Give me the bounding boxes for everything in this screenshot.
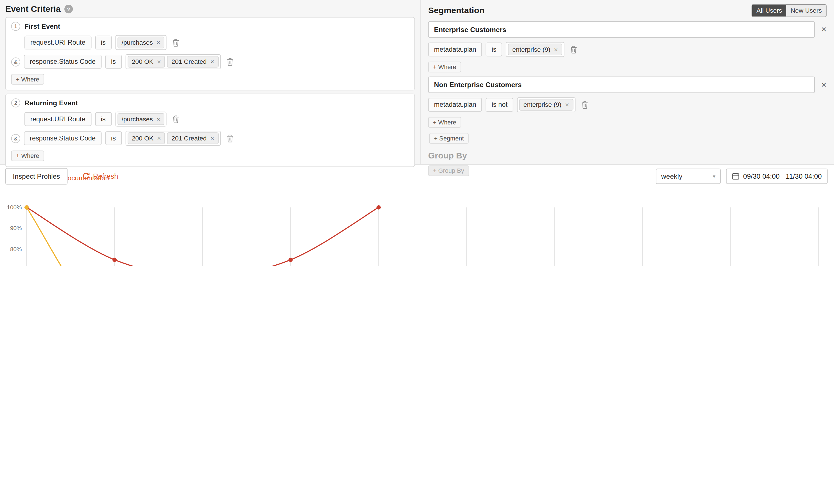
value-group: 200 OK× 201 Created× xyxy=(125,131,220,146)
remove-value-icon[interactable]: × xyxy=(211,59,214,65)
remove-value-icon[interactable]: × xyxy=(554,46,558,53)
segment-block: Enterprise Customers × metadata.plan is … xyxy=(428,21,827,72)
value-text: 201 Created xyxy=(171,135,206,142)
remove-value-icon[interactable]: × xyxy=(157,59,161,65)
value-chip[interactable]: /purchases× xyxy=(117,37,164,49)
segmentation-title: Segmentation xyxy=(428,6,484,16)
remove-value-icon[interactable]: × xyxy=(211,135,214,141)
value-text: /purchases xyxy=(122,115,153,123)
segment-title-row: Enterprise Customers × xyxy=(428,21,827,38)
event-criteria-title: Event Criteria xyxy=(5,4,61,14)
value-chip[interactable]: 201 Created× xyxy=(167,56,218,68)
value-text: 200 OK xyxy=(132,135,153,142)
event-index-badge: 1 xyxy=(11,22,20,31)
field-chip[interactable]: metadata.plan xyxy=(428,98,482,112)
config-section: Event Criteria ? 1 First Event request.U… xyxy=(0,0,834,165)
trash-icon[interactable] xyxy=(226,134,233,142)
user-type-toggle: All Users New Users xyxy=(752,4,827,17)
returning-event-box: 2 Returning Event request.URI Route is /… xyxy=(5,93,415,167)
segment-title-row: Non Enterprise Customers × xyxy=(428,77,827,93)
field-chip[interactable]: response.Status Code xyxy=(24,131,102,145)
operator-chip[interactable]: is xyxy=(105,55,122,69)
event-box-title: Returning Event xyxy=(24,99,78,107)
criteria-row: request.URI Route is /purchases× xyxy=(24,112,409,127)
segmentation-header: Segmentation All Users New Users xyxy=(428,4,827,17)
event-criteria-header: Event Criteria ? xyxy=(5,4,415,14)
value-text: /purchases xyxy=(122,39,153,46)
operator-chip[interactable]: is xyxy=(95,36,112,49)
segment-block: Non Enterprise Customers × metadata.plan… xyxy=(428,77,827,128)
value-chip[interactable]: enterprise (9)× xyxy=(508,44,562,56)
refresh-button[interactable]: Refresh xyxy=(82,172,118,180)
trash-icon[interactable] xyxy=(173,39,179,46)
add-segment-button[interactable]: + Segment xyxy=(430,133,469,144)
close-segment-icon[interactable]: × xyxy=(821,80,827,89)
svg-text:80%: 80% xyxy=(10,246,22,252)
add-group-by-button[interactable]: + Group By xyxy=(428,166,469,176)
value-chip[interactable]: 201 Created× xyxy=(167,132,218,144)
criteria-row: metadata.plan is not enterprise (9)× xyxy=(428,97,827,112)
retention-analysis-page: Event Criteria ? 1 First Event request.U… xyxy=(0,0,834,266)
inspect-profiles-button[interactable]: Inspect Profiles xyxy=(5,168,67,184)
svg-text:100%: 100% xyxy=(7,204,22,211)
criteria-row: metadata.plan is enterprise (9)× xyxy=(428,42,827,57)
remove-value-icon[interactable]: × xyxy=(565,102,569,108)
operator-chip[interactable]: is xyxy=(95,112,112,126)
criteria-row: request.URI Route is /purchases× xyxy=(24,35,409,50)
value-text: 201 Created xyxy=(171,58,206,65)
value-chip[interactable]: enterprise (9)× xyxy=(519,99,573,111)
value-group: /purchases× xyxy=(115,112,167,127)
remove-value-icon[interactable]: × xyxy=(156,39,160,46)
operator-chip[interactable]: is xyxy=(486,42,502,56)
trash-icon[interactable] xyxy=(226,58,233,65)
event-box-header: 2 Returning Event xyxy=(11,98,409,107)
add-where-button[interactable]: + Where xyxy=(428,117,461,128)
value-group: /purchases× xyxy=(115,35,167,50)
remove-value-icon[interactable]: × xyxy=(157,135,161,141)
segment-name-input[interactable]: Non Enterprise Customers xyxy=(428,77,815,93)
help-icon[interactable]: ? xyxy=(64,5,73,13)
segment-name-input[interactable]: Enterprise Customers xyxy=(428,21,815,38)
value-text: 200 OK xyxy=(132,58,153,65)
trash-icon[interactable] xyxy=(173,115,179,123)
value-group: 200 OK× 201 Created× xyxy=(125,54,220,69)
refresh-label: Refresh xyxy=(93,172,118,180)
svg-text:90%: 90% xyxy=(10,225,22,231)
event-box-header: 1 First Event xyxy=(11,22,409,31)
criteria-row: & response.Status Code is 200 OK× 201 Cr… xyxy=(11,131,409,146)
close-segment-icon[interactable]: × xyxy=(821,25,827,34)
field-chip[interactable]: metadata.plan xyxy=(428,42,482,56)
value-text: enterprise (9) xyxy=(512,46,550,53)
field-chip[interactable]: request.URI Route xyxy=(24,112,91,126)
remove-value-icon[interactable]: × xyxy=(156,116,160,123)
add-where-button[interactable]: + Where xyxy=(11,151,44,161)
value-chip[interactable]: 200 OK× xyxy=(128,56,165,68)
add-where-button[interactable]: + Where xyxy=(11,74,44,85)
field-chip[interactable]: request.URI Route xyxy=(24,36,91,49)
first-event-box: 1 First Event request.URI Route is /purc… xyxy=(5,17,415,90)
event-criteria-panel: Event Criteria ? 1 First Event request.U… xyxy=(0,0,420,165)
toolbar-left: Inspect Profiles Refresh xyxy=(5,168,118,184)
segmentation-panel: Segmentation All Users New Users Enterpr… xyxy=(420,0,834,165)
new-users-toggle[interactable]: New Users xyxy=(786,5,826,17)
and-connector: & xyxy=(11,134,20,143)
value-chip[interactable]: 200 OK× xyxy=(128,132,165,144)
retention-chart: 0%10%20%30%40%50%60%70%80%90%100%week 0w… xyxy=(0,187,834,266)
value-text: enterprise (9) xyxy=(524,101,562,109)
value-chip[interactable]: /purchases× xyxy=(117,113,164,125)
group-by-title: Group By xyxy=(428,151,827,161)
trash-icon[interactable] xyxy=(570,45,577,53)
operator-chip[interactable]: is not xyxy=(486,98,513,112)
operator-chip[interactable]: is xyxy=(105,131,122,145)
refresh-icon xyxy=(82,172,90,180)
trash-icon[interactable] xyxy=(581,101,588,109)
all-users-toggle[interactable]: All Users xyxy=(752,5,786,17)
field-chip[interactable]: response.Status Code xyxy=(24,55,102,69)
add-where-button[interactable]: + Where xyxy=(428,62,461,72)
and-connector: & xyxy=(11,57,20,66)
value-group: enterprise (9)× xyxy=(517,97,575,112)
value-group: enterprise (9)× xyxy=(506,42,564,57)
event-index-badge: 2 xyxy=(11,98,20,107)
criteria-row: & response.Status Code is 200 OK× 201 Cr… xyxy=(11,54,409,69)
event-box-title: First Event xyxy=(24,22,60,30)
